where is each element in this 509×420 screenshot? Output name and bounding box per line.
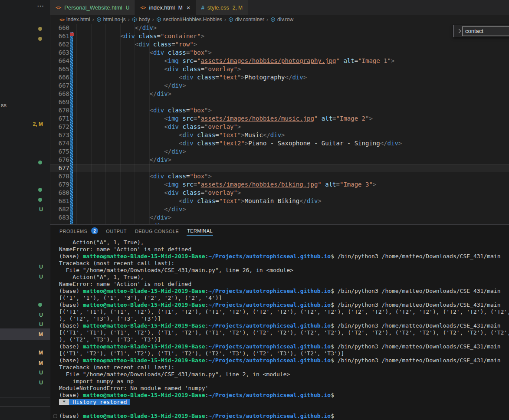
line-number[interactable]: 673 [50, 131, 69, 139]
line-number[interactable]: 683 [50, 213, 69, 222]
editor-tabbar: <> Personal_Website.html U <> index.html… [50, 0, 509, 15]
code-text: <div class="text">Photography</div> [73, 73, 307, 82]
breadcrumb-item[interactable]: <>index.html [59, 16, 90, 23]
code-line[interactable]: 665 <div class="overlay"> [50, 65, 509, 73]
line-number[interactable]: 682 [50, 205, 69, 213]
line-number[interactable]: 664 [50, 57, 69, 65]
git-status-badge: M [178, 5, 183, 11]
line-number[interactable]: 679 [50, 180, 69, 189]
tab-debug-console[interactable]: DEBUG CONSOLE [135, 226, 179, 236]
terminal-user-host: matteo@matteo-Blade-15-Mid-2019-Base [83, 322, 205, 329]
line-number[interactable]: 676 [50, 156, 69, 164]
terminal-command-decoration-icon[interactable] [53, 414, 57, 418]
line-number[interactable]: 680 [50, 189, 69, 197]
code-line[interactable]: 682 </div> [50, 205, 509, 213]
line-number[interactable]: 669 [50, 98, 69, 106]
code-text: <div class="container"> [73, 32, 204, 40]
terminal-command: $ /bin/python3 /home/matteo/Downloads/CS… [331, 288, 500, 294]
code-line[interactable]: 681 <div class="text">Mountain Biking</d… [50, 197, 509, 205]
terminal-line: Action("A", 1, True), [59, 274, 509, 281]
code-text: <div class="box"> [73, 106, 212, 115]
line-number[interactable] [50, 222, 69, 224]
code-line[interactable]: 672 <div class="overlay"> [50, 123, 509, 131]
breadcrumb-item[interactable]: section#Hobbies.Hobbies [156, 16, 222, 23]
line-number[interactable]: 663 [50, 49, 69, 57]
code-text: <div class="text2">Piano - Saxophone - G… [73, 139, 402, 148]
more-actions-icon[interactable]: ··· [37, 3, 44, 9]
partial-file-label: ss [1, 102, 7, 108]
code-line[interactable]: 669 [50, 98, 509, 106]
terminal-command: $ /bin/python3 /home/matteo/Downloads/CS… [331, 302, 500, 308]
sidebar-section-divider [0, 397, 50, 397]
code-line[interactable]: 670 <div class="box"> [50, 106, 509, 115]
line-number[interactable]: 672 [50, 123, 69, 131]
code-line[interactable]: 666 <div class="text">Photography</div> [50, 73, 509, 82]
panel-tab-label: PROBLEMS [59, 229, 87, 234]
code-line[interactable]: 677 [50, 164, 509, 172]
code-line[interactable]: 667 </div> [50, 82, 509, 90]
close-icon[interactable]: × [187, 4, 190, 11]
file-dirty-dot [38, 303, 42, 307]
line-number[interactable]: 671 [50, 115, 69, 123]
tab-personal-website-html[interactable]: <> Personal_Website.html U [50, 0, 135, 15]
breadcrumb-item[interactable]: html.no-js [96, 16, 126, 23]
panel-tab-label: TERMINAL [187, 228, 213, 233]
code-text: <div class="text">Music</div> [73, 131, 285, 139]
find-toggle-replace-button[interactable] [455, 25, 462, 37]
git-status-badge: U [126, 5, 130, 11]
line-number[interactable]: 668 [50, 90, 69, 98]
line-number[interactable]: 661 [50, 32, 69, 40]
tab-terminal[interactable]: TERMINAL [187, 226, 213, 236]
line-number[interactable]: 677 [50, 164, 69, 172]
code-editor[interactable]: 660 </div>661 <div class="container">662… [50, 24, 509, 224]
tab-style-css[interactable]: # style.css 2, M [196, 0, 248, 15]
line-number[interactable]: 660 [50, 24, 69, 32]
code-line[interactable]: 678 <div class="box"> [50, 172, 509, 180]
symbol-class-icon [228, 17, 233, 22]
line-number[interactable]: 665 [50, 65, 69, 73]
tab-index-html[interactable]: <> index.html M × [135, 0, 195, 15]
code-line[interactable]: 662 <div class="row"> [50, 40, 509, 49]
code-line[interactable]: 683 </div> [50, 213, 509, 222]
line-number[interactable]: 662 [50, 40, 69, 49]
tab-label: style.css [207, 4, 229, 11]
line-number[interactable]: 666 [50, 73, 69, 82]
terminal-command: $ /bin/python3 /home/matteo/Downloads/CS… [331, 253, 500, 259]
code-line[interactable]: <di [50, 222, 509, 224]
terminal[interactable]: Action("A", 1, True),NameError: name 'Ac… [50, 239, 509, 420]
code-text: </div> [73, 205, 186, 213]
line-number[interactable]: 667 [50, 82, 69, 90]
code-line[interactable]: 668 </div> [50, 90, 509, 98]
find-input[interactable] [462, 26, 509, 36]
line-number[interactable]: 675 [50, 148, 69, 156]
code-line[interactable]: 674 <div class="text2">Piano - Saxophone… [50, 139, 509, 148]
tab-output[interactable]: OUTPUT [105, 226, 127, 236]
line-number[interactable]: 678 [50, 172, 69, 180]
line-number[interactable]: 674 [50, 139, 69, 148]
code-line[interactable]: 676 </div> [50, 156, 509, 164]
code-line[interactable]: 680 <div class="overlay"> [50, 189, 509, 197]
tab-problems[interactable]: PROBLEMS [59, 226, 88, 236]
line-number[interactable]: 681 [50, 197, 69, 205]
terminal-prompt-prefix: (base) [59, 413, 83, 419]
code-line[interactable]: 675 </div> [50, 148, 509, 156]
chevron-right-icon [456, 29, 461, 33]
terminal-user-host: matteo@matteo-Blade-15-Mid-2019-Base [83, 392, 205, 398]
line-number[interactable]: 670 [50, 106, 69, 115]
code-line[interactable]: 663 <div class="box"> [50, 49, 509, 57]
git-status-badge: U [39, 322, 43, 328]
breadcrumb-item[interactable]: body [132, 16, 150, 23]
code-text: </div> [73, 24, 157, 32]
code-line[interactable]: 673 <div class="text">Music</div> [50, 131, 509, 139]
code-text: <di [73, 222, 161, 224]
code-line[interactable]: 661 <div class="container"> [50, 32, 509, 40]
code-line[interactable]: 671 <img src="assets/images/hobbies/musi… [50, 115, 509, 123]
breadcrumb-item[interactable]: div.container [228, 16, 264, 23]
breadcrumb-item[interactable]: div.row [270, 16, 293, 23]
terminal-line [59, 406, 509, 413]
code-line[interactable]: 664 <img src="assets/images/hobbies/phot… [50, 57, 509, 65]
html-file-icon: <> [56, 5, 61, 10]
terminal-command: $ /bin/python3 /home/matteo/Downloads/CS… [331, 357, 500, 364]
code-line[interactable]: 679 <img src="assets/images/hobbies/biki… [50, 180, 509, 189]
code-line[interactable]: 660 </div> [50, 24, 509, 32]
